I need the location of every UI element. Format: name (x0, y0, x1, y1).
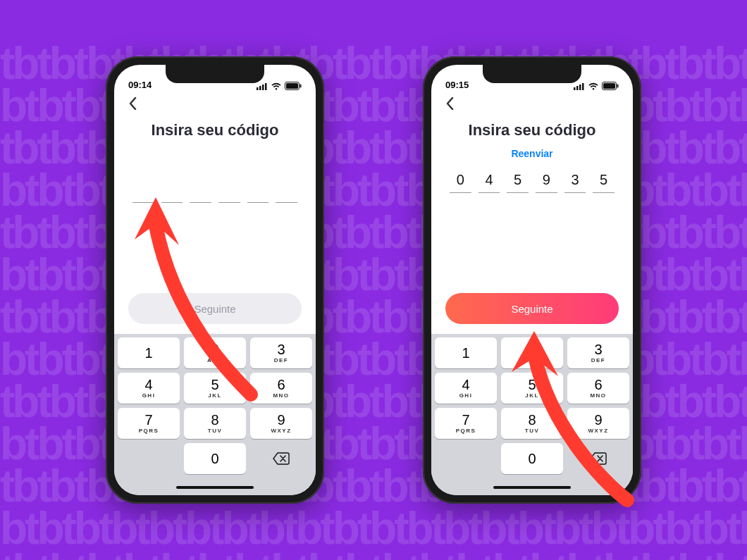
svg-rect-2 (262, 85, 264, 90)
key-8[interactable]: 8TUV (501, 408, 563, 439)
svg-rect-6 (300, 85, 302, 88)
code-digit-3[interactable]: 5 (507, 172, 529, 193)
svg-rect-12 (603, 83, 615, 89)
key-4[interactable]: 4GHI (435, 373, 497, 404)
svg-rect-1 (259, 86, 261, 90)
signal-icon (574, 82, 585, 90)
key-8[interactable]: 8TUV (184, 408, 246, 439)
key-9[interactable]: 9WXYZ (250, 408, 312, 439)
code-digit-4[interactable] (218, 182, 240, 203)
key-6[interactable]: 6MNO (567, 373, 629, 404)
key-blank (435, 443, 497, 474)
key-3[interactable]: 3DEF (250, 337, 312, 368)
chevron-left-icon (129, 97, 137, 110)
svg-rect-3 (265, 83, 267, 90)
key-0[interactable]: 0 (501, 443, 563, 474)
signal-icon (257, 82, 268, 90)
code-digit-1[interactable] (132, 182, 154, 203)
notch (483, 65, 581, 83)
code-digit-2[interactable]: 4 (479, 172, 500, 193)
resend-link[interactable]: Reenviar (511, 148, 552, 159)
next-button: Seguinte (128, 293, 302, 324)
phone-right: 09:15 Insira (423, 56, 641, 504)
next-button-label: Seguinte (511, 303, 552, 315)
key-5[interactable]: 5JKL (501, 373, 563, 404)
svg-rect-7 (574, 87, 576, 90)
key-2[interactable]: 2ABC (501, 337, 563, 368)
key-7[interactable]: 7PQRS (118, 408, 180, 439)
key-3[interactable]: 3DEF (567, 337, 629, 368)
key-4[interactable]: 4GHI (118, 373, 180, 404)
status-time: 09:14 (128, 80, 152, 90)
numeric-keypad: 1 2ABC 3DEF 4GHI 5JKL 6MNO 7PQRS 8TUV 9W… (431, 334, 633, 480)
code-digit-5[interactable] (247, 182, 269, 203)
page-title: Insira seu código (469, 121, 596, 139)
svg-rect-13 (617, 85, 619, 88)
svg-rect-0 (257, 87, 259, 90)
numeric-keypad: 1 2ABC 3DEF 4GHI 5JKL 6MNO 7PQRS 8TUV 9W… (114, 334, 316, 480)
code-digit-6[interactable] (276, 182, 297, 203)
battery-icon (285, 82, 302, 90)
svg-rect-5 (286, 83, 298, 89)
code-digit-1[interactable]: 0 (450, 172, 471, 193)
svg-rect-8 (576, 86, 579, 90)
key-delete[interactable] (250, 443, 312, 474)
code-digit-2[interactable] (161, 182, 183, 203)
next-button[interactable]: Seguinte (445, 293, 619, 324)
svg-rect-10 (582, 83, 584, 90)
key-blank (118, 443, 180, 474)
code-digit-5[interactable]: 3 (564, 172, 586, 193)
key-0[interactable]: 0 (184, 443, 246, 474)
backspace-icon (273, 452, 290, 465)
home-indicator[interactable] (114, 480, 316, 495)
home-indicator[interactable] (431, 480, 633, 495)
key-9[interactable]: 9WXYZ (567, 408, 629, 439)
code-input-row[interactable] (132, 182, 297, 203)
notch (166, 65, 264, 83)
chevron-left-icon (446, 97, 454, 110)
key-7[interactable]: 7PQRS (435, 408, 497, 439)
code-input-row[interactable]: 0 4 5 9 3 5 (450, 172, 615, 193)
wifi-icon (271, 82, 282, 90)
wifi-icon (588, 82, 599, 90)
key-1[interactable]: 1 (435, 337, 497, 368)
key-5[interactable]: 5JKL (184, 373, 246, 404)
back-button[interactable] (441, 95, 458, 112)
code-digit-4[interactable]: 9 (536, 172, 557, 193)
code-digit-6[interactable]: 5 (593, 172, 615, 193)
key-6[interactable]: 6MNO (250, 373, 312, 404)
svg-rect-9 (579, 85, 581, 90)
back-button[interactable] (124, 95, 141, 112)
key-delete[interactable] (567, 443, 629, 474)
battery-icon (602, 82, 619, 90)
code-digit-3[interactable] (190, 182, 211, 203)
phone-left: 09:14 Insira (106, 56, 324, 504)
key-2[interactable]: 2ABC (184, 337, 246, 368)
backspace-icon (590, 452, 607, 465)
key-1[interactable]: 1 (118, 337, 180, 368)
status-time: 09:15 (445, 80, 469, 90)
next-button-label: Seguinte (194, 303, 235, 315)
page-title: Insira seu código (152, 121, 279, 139)
